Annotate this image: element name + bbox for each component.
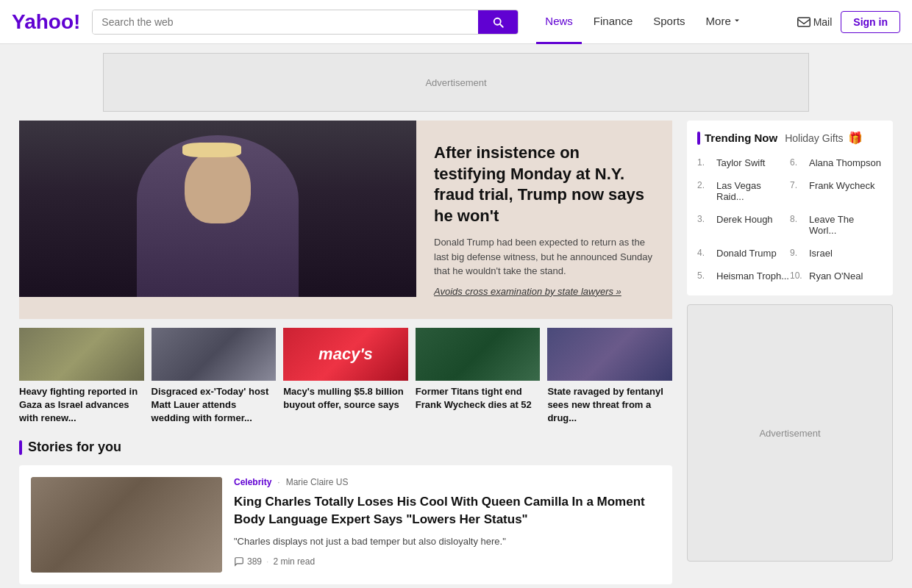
main-nav: News Finance Sports More (536, 0, 749, 44)
trending-box: Trending Now Holiday Gifts 🎁 1. Taylor S… (687, 121, 893, 295)
hero-link[interactable]: Avoids cross examination by state lawyer… (434, 286, 655, 297)
trending-header: Trending Now Holiday Gifts 🎁 (697, 131, 883, 145)
trending-name-6: Donald Trump (716, 248, 777, 259)
hero-title: After insistence on testifying Monday at… (434, 143, 655, 226)
trending-name-9: Ryan O'Neal (809, 270, 863, 282)
trending-name-3: Frank Wycheck (809, 180, 874, 191)
trending-item-7[interactable]: 9. Israel (790, 244, 883, 262)
story-meta-0: Celebrity · Marie Claire US (234, 477, 660, 487)
news-card-title-2: Macy's mulling $5.8 billion buyout offer… (283, 385, 408, 412)
story-card-0[interactable]: Celebrity · Marie Claire US King Charles… (19, 465, 672, 584)
mail-link[interactable]: Mail (797, 16, 833, 28)
trending-name-8: Heisman Troph... (716, 270, 789, 282)
trending-num-2: 2. (697, 180, 712, 190)
trending-num-3: 7. (790, 180, 805, 190)
search-input[interactable] (93, 10, 478, 34)
stories-bar-icon (19, 440, 22, 455)
trending-item-4[interactable]: 3. Derek Hough (697, 210, 790, 240)
news-card-0[interactable]: Heavy fighting reported in Gaza as Israe… (19, 328, 144, 426)
news-card-title-0: Heavy fighting reported in Gaza as Israe… (19, 385, 144, 426)
gift-icon: 🎁 (848, 131, 863, 145)
hero-description: Donald Trump had been expected to return… (434, 235, 655, 279)
news-card-image-3 (416, 328, 541, 381)
story-footer-0: 389 · 2 min read (234, 556, 660, 567)
trending-name-0: Taylor Swift (716, 157, 765, 168)
trending-item-6[interactable]: 4. Donald Trump (697, 244, 790, 262)
right-sidebar: Trending Now Holiday Gifts 🎁 1. Taylor S… (687, 121, 893, 584)
story-read-time-0: 2 min read (273, 556, 315, 567)
hero-image (19, 121, 416, 297)
trending-num-8: 5. (697, 270, 712, 281)
news-card-title-4: State ravaged by fentanyl sees new threa… (547, 385, 672, 426)
trending-name-5: Leave The Worl... (809, 214, 883, 236)
news-card-title-3: Former Titans tight end Frank Wycheck di… (416, 385, 541, 412)
news-card-image-0 (19, 328, 144, 381)
trending-item-8[interactable]: 5. Heisman Troph... (697, 267, 790, 285)
story-source-0: Marie Claire US (286, 477, 349, 487)
trending-item-0[interactable]: 1. Taylor Swift (697, 154, 790, 172)
stories-header: Stories for you (19, 440, 672, 455)
trending-num-5: 8. (790, 214, 805, 224)
trending-item-1[interactable]: 6. Alana Thompson (790, 154, 883, 172)
trending-num-1: 6. (790, 157, 805, 168)
news-grid: Heavy fighting reported in Gaza as Israe… (19, 328, 672, 426)
news-card-1[interactable]: Disgraced ex-'Today' host Matt Lauer att… (152, 328, 277, 426)
nav-sports[interactable]: Sports (644, 0, 694, 44)
trending-num-9: 10. (790, 270, 805, 281)
news-card-image-4 (547, 328, 672, 381)
nav-finance[interactable]: Finance (585, 0, 641, 44)
header-right: Mail Sign in (797, 11, 900, 33)
story-image-0 (31, 477, 222, 573)
news-card-2[interactable]: macy's Macy's mulling $5.8 billion buyou… (283, 328, 408, 426)
trending-item-2[interactable]: 2. Las Vegas Raid... (697, 176, 790, 206)
story-comments-0: 389 (234, 556, 262, 567)
trending-item-3[interactable]: 7. Frank Wycheck (790, 176, 883, 206)
header: Yahoo! News Finance Sports More Mail Sig… (0, 0, 912, 44)
nav-more[interactable]: More (697, 0, 750, 44)
trending-item-5[interactable]: 8. Leave The Worl... (790, 210, 883, 240)
trending-bar-icon (697, 132, 700, 145)
sidebar-ad: Advertisement (687, 304, 893, 562)
news-card-image-1 (152, 328, 277, 381)
news-card-title-1: Disgraced ex-'Today' host Matt Lauer att… (152, 385, 277, 426)
trending-num-0: 1. (697, 157, 712, 168)
trending-name-1: Alana Thompson (809, 157, 881, 168)
story-category-0: Celebrity (234, 477, 271, 487)
trending-name-2: Las Vegas Raid... (716, 180, 790, 202)
left-content: After insistence on testifying Monday at… (19, 121, 672, 584)
trending-num-7: 9. (790, 248, 805, 258)
trending-num-4: 3. (697, 214, 712, 224)
trending-num-6: 4. (697, 248, 712, 258)
sign-in-button[interactable]: Sign in (841, 11, 900, 33)
trending-title: Trending Now (705, 132, 777, 144)
search-bar (92, 10, 519, 35)
story-description-0: "Charles displays not just a bad temper … (234, 534, 660, 549)
nav-news[interactable]: News (536, 0, 582, 44)
stories-title: Stories for you (28, 440, 121, 455)
hero-article[interactable]: After insistence on testifying Monday at… (19, 121, 672, 319)
search-button[interactable] (478, 10, 518, 34)
main-content: After insistence on testifying Monday at… (7, 121, 905, 584)
yahoo-logo[interactable]: Yahoo! (12, 10, 80, 34)
news-card-image-2: macy's (283, 328, 408, 381)
news-card-3[interactable]: Former Titans tight end Frank Wycheck di… (416, 328, 541, 426)
top-ad-banner: Advertisement (103, 53, 809, 112)
trending-item-9[interactable]: 10. Ryan O'Neal (790, 267, 883, 285)
hero-text: After insistence on testifying Monday at… (416, 121, 672, 319)
story-title-0: King Charles Totally Loses His Cool With… (234, 493, 660, 528)
svg-rect-0 (797, 18, 810, 26)
story-content-0: Celebrity · Marie Claire US King Charles… (234, 477, 660, 573)
trending-subtitle: Holiday Gifts (785, 132, 843, 144)
news-card-4[interactable]: State ravaged by fentanyl sees new threa… (547, 328, 672, 426)
trending-name-7: Israel (809, 248, 833, 259)
trending-name-4: Derek Hough (716, 214, 773, 225)
trending-list: 1. Taylor Swift 6. Alana Thompson 2. Las… (697, 154, 883, 285)
